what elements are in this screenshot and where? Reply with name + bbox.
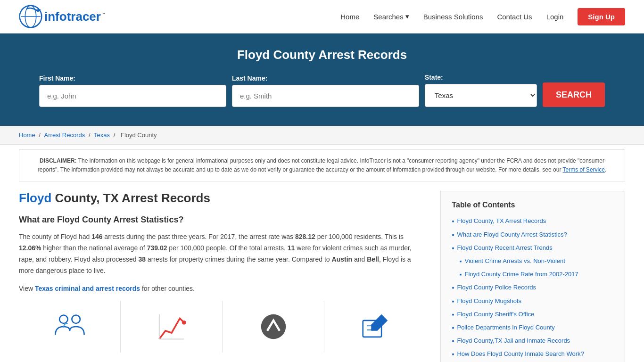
last-name-group: Last Name: [232,74,419,107]
toc-link[interactable]: What are Floyd County Arrest Statistics? [457,230,567,239]
nav-contact-us[interactable]: Contact Us [497,13,532,21]
toc-link[interactable]: Floyd County Police Records [457,283,536,292]
section1-paragraph1: The county of Floyd had 146 arrests duri… [19,231,426,276]
toc-list: Floyd County, TX Arrest RecordsWhat are … [452,217,614,358]
toc-link[interactable]: Floyd County Crime Rate from 2002-2017 [464,270,578,279]
toc-list-item: Floyd County, TX Arrest Records [452,217,614,225]
logo-tm: ™ [101,12,106,17]
toc-list-item: Floyd County Crime Rate from 2002-2017 [460,270,614,279]
nav-business-solutions[interactable]: Business Solutions [423,13,483,21]
breadcrumb-sep2: / [89,132,92,139]
texas-records-link[interactable]: Texas criminal and arrest records [35,285,140,292]
breadcrumb-arrest-records[interactable]: Arrest Records [44,132,85,139]
toc-box: Table of Contents Floyd County, TX Arres… [440,191,626,362]
state-group: State: Texas Alabama Alaska Arizona Cali… [425,74,537,107]
toc-list-item: Floyd County,TX Jail and Inmate Records [452,337,614,345]
last-name-label: Last Name: [232,74,419,82]
svg-point-4 [59,315,68,324]
section1-heading: What are Floyd County Arrest Statistics? [19,215,426,225]
nav-searches[interactable]: Searches ▾ [373,12,409,21]
toc-link[interactable]: Floyd County Recent Arrest Trends [457,244,552,252]
icon-col-4 [324,301,426,353]
breadcrumb-texas[interactable]: Texas [94,132,110,139]
breadcrumb-home[interactable]: Home [19,132,35,139]
breadcrumb-floyd-county: Floyd County [121,132,157,139]
toc-list-item: Floyd County Recent Arrest Trends [452,244,614,252]
edit-icon [359,310,392,343]
chevron-down-icon: ▾ [405,12,409,21]
article-title: Floyd County, TX Arrest Records [19,191,426,206]
disclaimer-end: . [605,166,606,173]
toc-list-item: How Does Floyd County Inmate Search Work… [452,350,614,358]
first-name-group: First Name: [39,74,226,107]
state-label: State: [425,74,537,81]
first-name-label: First Name: [39,74,226,82]
disclaimer-box: DISCLAIMER: The information on this webp… [19,149,625,181]
toc-list-item: Violent Crime Arrests vs. Non-Violent [460,257,614,265]
state-select[interactable]: Texas Alabama Alaska Arizona California … [425,84,537,107]
search-button[interactable]: SEARCH [543,82,605,107]
main-nav: Home Searches ▾ Business Solutions Conta… [340,8,625,25]
page-title: Floyd County Arrest Records [19,48,625,62]
logo-icon [19,5,42,28]
last-name-input[interactable] [232,85,419,107]
signup-button[interactable]: Sign Up [578,8,625,25]
toc-link[interactable]: How Does Floyd County Inmate Search Work… [457,350,584,358]
icon-col-2 [121,301,223,353]
header: infotracer™ Home Searches ▾ Business Sol… [0,0,644,33]
login-button[interactable]: Login [546,13,564,21]
disclaimer-label: DISCLAIMER: [40,157,77,164]
article-title-highlight: Floyd [19,191,51,205]
search-form: First Name: Last Name: State: Texas Alab… [39,74,605,107]
hero-section: Floyd County Arrest Records First Name: … [0,33,644,126]
icons-row [19,301,426,353]
toc-link[interactable]: Floyd County Mugshots [457,297,521,305]
icon-col-1 [19,301,121,353]
toc-link[interactable]: Floyd County Sheriff's Office [457,310,534,319]
breadcrumb-sep1: / [39,132,42,139]
toc-list-item: Floyd County Police Records [452,283,614,292]
toc-heading: Table of Contents [452,201,614,209]
toc-link[interactable]: Police Departments in Floyd County [457,323,554,332]
article: Floyd County, TX Arrest Records What are… [19,191,426,362]
toc-link[interactable]: Violent Crime Arrests vs. Non-Violent [464,257,565,265]
section1-paragraph2: View Texas criminal and arrest records f… [19,283,426,295]
logo-tracer: tracer [67,9,101,24]
svg-point-5 [72,315,80,324]
toc-link[interactable]: Floyd County, TX Arrest Records [457,217,546,225]
icon-col-3 [223,301,324,353]
breadcrumb: Home / Arrest Records / Texas / Floyd Co… [0,126,644,145]
graph-up-icon [155,310,188,343]
disclaimer-text: The information on this webpage is for g… [38,157,604,173]
toc-list-item: Floyd County Mugshots [452,297,614,305]
terms-of-service-link[interactable]: Terms of Service [563,166,605,173]
first-name-input[interactable] [39,85,226,107]
logo-info: info [44,9,67,24]
main-content: Floyd County, TX Arrest Records What are… [0,181,644,362]
nav-home[interactable]: Home [340,13,359,21]
svg-point-6 [182,321,186,325]
logo[interactable]: infotracer™ [19,5,106,28]
scroll-up-icon [257,310,290,343]
breadcrumb-sep3: / [114,132,117,139]
svg-point-9 [261,314,286,339]
sidebar: Table of Contents Floyd County, TX Arres… [440,191,626,362]
toc-list-item: Police Departments in Floyd County [452,323,614,332]
toc-list-item: What are Floyd County Arrest Statistics? [452,230,614,239]
toc-link[interactable]: Floyd County,TX Jail and Inmate Records [457,337,570,345]
toc-list-item: Floyd County Sheriff's Office [452,310,614,319]
people-icon [53,310,86,343]
article-title-rest: County, TX Arrest Records [51,191,210,205]
